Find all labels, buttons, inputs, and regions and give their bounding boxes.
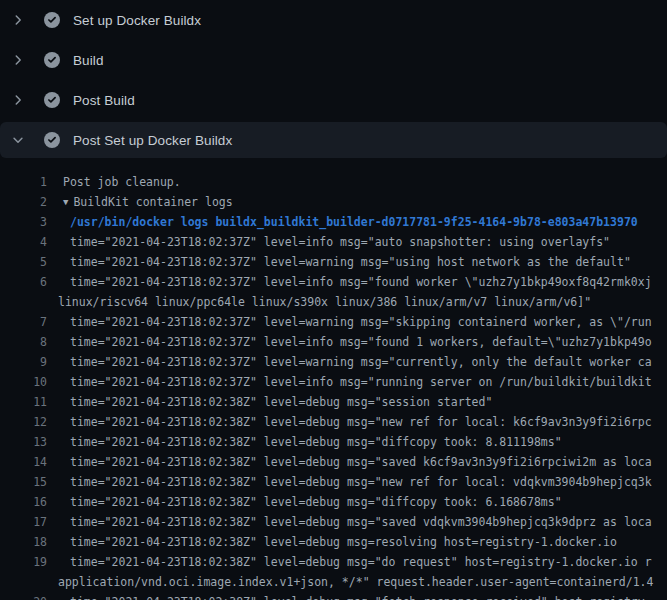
check-circle-icon xyxy=(44,92,60,108)
step-row-set-up-docker-buildx[interactable]: Set up Docker Buildx xyxy=(0,0,667,40)
log-text: time="2021-04-23T18:02:37Z" level=info m… xyxy=(47,372,652,392)
line-number[interactable]: 20 xyxy=(0,592,47,600)
log-row: 20time="2021-04-23T18:02:38Z" level=debu… xyxy=(0,592,667,600)
line-number[interactable]: 14 xyxy=(0,452,47,472)
log-text: time="2021-04-23T18:02:38Z" level=debug … xyxy=(47,472,652,492)
log-text: time="2021-04-23T18:02:38Z" level=debug … xyxy=(47,512,652,532)
line-number[interactable]: 17 xyxy=(0,512,47,532)
log-row: application/vnd.oci.image.index.v1+json,… xyxy=(0,572,667,592)
log-text: time="2021-04-23T18:02:37Z" level=info m… xyxy=(47,332,652,352)
log-text: time="2021-04-23T18:02:37Z" level=info m… xyxy=(47,272,652,292)
log-row: 11time="2021-04-23T18:02:38Z" level=debu… xyxy=(0,392,667,412)
check-circle-icon xyxy=(44,12,60,28)
log-text: time="2021-04-23T18:02:38Z" level=debug … xyxy=(47,592,652,600)
log-text: time="2021-04-23T18:02:37Z" level=warnin… xyxy=(47,252,631,272)
log-wrapped-text: linux/riscv64 linux/ppc64le linux/s390x … xyxy=(0,292,591,312)
check-circle-icon xyxy=(44,52,60,68)
log-row: 8time="2021-04-23T18:02:37Z" level=info … xyxy=(0,332,667,352)
log-row: linux/riscv64 linux/ppc64le linux/s390x … xyxy=(0,292,667,312)
log-row: 9time="2021-04-23T18:02:37Z" level=warni… xyxy=(0,352,667,372)
line-number[interactable]: 8 xyxy=(0,332,47,352)
log-group-title[interactable]: BuildKit container logs xyxy=(73,195,232,209)
steps-list: Set up Docker BuildxBuildPost BuildPost … xyxy=(0,0,667,160)
line-number[interactable]: 13 xyxy=(0,432,47,452)
line-number[interactable]: 5 xyxy=(0,252,47,272)
group-collapse-caret-icon[interactable]: ▼ xyxy=(63,192,68,212)
log-text: time="2021-04-23T18:02:37Z" level=warnin… xyxy=(47,312,652,332)
line-number[interactable]: 2 xyxy=(0,192,47,212)
log-row: 2▼BuildKit container logs xyxy=(0,192,667,212)
log-text: time="2021-04-23T18:02:38Z" level=debug … xyxy=(47,452,652,472)
log-text: time="2021-04-23T18:02:37Z" level=info m… xyxy=(47,232,610,252)
step-label: Set up Docker Buildx xyxy=(73,13,201,28)
line-number[interactable]: 4 xyxy=(0,232,47,252)
log-row: 19time="2021-04-23T18:02:38Z" level=debu… xyxy=(0,552,667,572)
log-text: time="2021-04-23T18:02:38Z" level=debug … xyxy=(47,532,617,552)
step-label: Post Build xyxy=(73,93,135,108)
log-row: 17time="2021-04-23T18:02:38Z" level=debu… xyxy=(0,512,667,532)
log-row: 12time="2021-04-23T18:02:38Z" level=debu… xyxy=(0,412,667,432)
log-area: 1Post job cleanup.2▼BuildKit container l… xyxy=(0,160,667,600)
step-row-build[interactable]: Build xyxy=(0,40,667,80)
step-row-post-build[interactable]: Post Build xyxy=(0,80,667,120)
log-text: time="2021-04-23T18:02:38Z" level=debug … xyxy=(47,552,652,572)
step-label: Post Set up Docker Buildx xyxy=(73,133,232,148)
chevron-right-icon[interactable] xyxy=(10,92,26,108)
log-text: time="2021-04-23T18:02:38Z" level=debug … xyxy=(47,492,562,512)
chevron-right-icon[interactable] xyxy=(10,12,26,28)
line-number[interactable]: 18 xyxy=(0,532,47,552)
line-number[interactable]: 1 xyxy=(0,172,47,192)
line-number[interactable]: 11 xyxy=(0,392,47,412)
line-number[interactable]: 3 xyxy=(0,212,47,232)
log-row: 13time="2021-04-23T18:02:38Z" level=debu… xyxy=(0,432,667,452)
log-row: 6time="2021-04-23T18:02:37Z" level=info … xyxy=(0,272,667,292)
step-label: Build xyxy=(73,53,104,68)
log-row: 18time="2021-04-23T18:02:38Z" level=debu… xyxy=(0,532,667,552)
line-number[interactable]: 9 xyxy=(0,352,47,372)
log-row: 4time="2021-04-23T18:02:37Z" level=info … xyxy=(0,232,667,252)
log-row: 5time="2021-04-23T18:02:37Z" level=warni… xyxy=(0,252,667,272)
log-row: 10time="2021-04-23T18:02:37Z" level=info… xyxy=(0,372,667,392)
log-group-toggle[interactable]: ▼BuildKit container logs xyxy=(47,192,233,212)
log-text: time="2021-04-23T18:02:38Z" level=debug … xyxy=(47,392,492,412)
command-text: /usr/bin/docker logs buildx_buildkit_bui… xyxy=(47,212,638,232)
step-row-post-set-up-docker-buildx[interactable]: Post Set up Docker Buildx xyxy=(0,122,667,158)
line-number[interactable]: 19 xyxy=(0,552,47,572)
log-row: 1Post job cleanup. xyxy=(0,172,667,192)
line-number[interactable]: 7 xyxy=(0,312,47,332)
log-wrapped-text: application/vnd.oci.image.index.v1+json,… xyxy=(0,572,653,592)
log-row: 16time="2021-04-23T18:02:38Z" level=debu… xyxy=(0,492,667,512)
actions-log-viewer: Set up Docker BuildxBuildPost BuildPost … xyxy=(0,0,667,600)
log-row: 3/usr/bin/docker logs buildx_buildkit_bu… xyxy=(0,212,667,232)
chevron-down-icon[interactable] xyxy=(10,132,26,148)
log-text: time="2021-04-23T18:02:38Z" level=debug … xyxy=(47,412,652,432)
line-number[interactable]: 6 xyxy=(0,272,47,292)
log-row: 15time="2021-04-23T18:02:38Z" level=debu… xyxy=(0,472,667,492)
log-text: time="2021-04-23T18:02:37Z" level=warnin… xyxy=(47,352,652,372)
log-text: Post job cleanup. xyxy=(47,172,181,192)
line-number[interactable]: 10 xyxy=(0,372,47,392)
line-number[interactable]: 16 xyxy=(0,492,47,512)
log-text: time="2021-04-23T18:02:38Z" level=debug … xyxy=(47,432,562,452)
chevron-right-icon[interactable] xyxy=(10,52,26,68)
log-row: 7time="2021-04-23T18:02:37Z" level=warni… xyxy=(0,312,667,332)
check-circle-icon xyxy=(44,132,60,148)
line-number[interactable]: 15 xyxy=(0,472,47,492)
line-number[interactable]: 12 xyxy=(0,412,47,432)
log-row: 14time="2021-04-23T18:02:38Z" level=debu… xyxy=(0,452,667,472)
